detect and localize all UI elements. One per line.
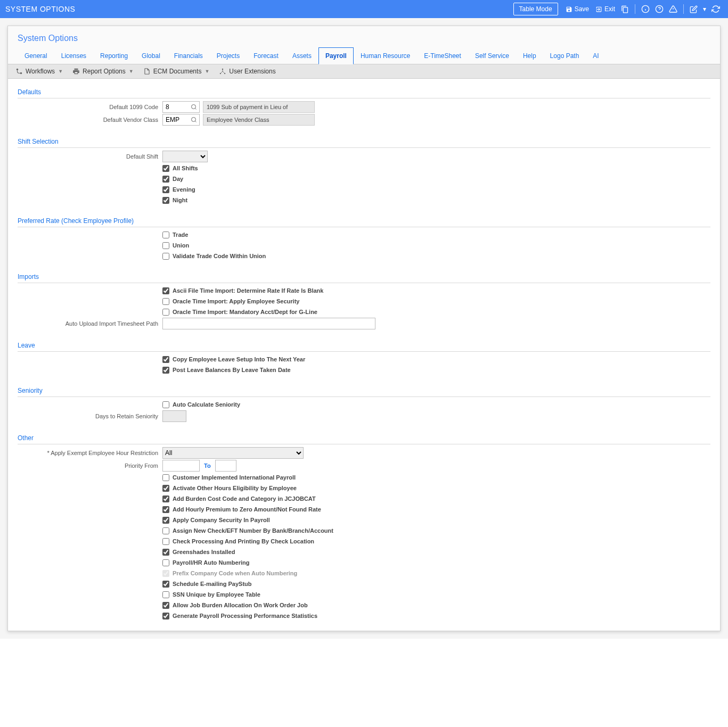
other-checkbox-4[interactable] xyxy=(162,517,169,524)
other-checkbox-9[interactable] xyxy=(162,570,169,577)
default-shift-select[interactable] xyxy=(162,151,208,162)
other-checkbox-1[interactable] xyxy=(162,485,169,492)
tab-logo-path[interactable]: Logo Path xyxy=(543,47,586,64)
exit-button[interactable]: Exit xyxy=(595,5,615,13)
other-label-9: Prefix Company Code when Auto Numbering xyxy=(173,570,297,576)
imports-label-0: Ascii File Time Import: Determine Rate I… xyxy=(173,287,323,294)
lookup-vendor-button[interactable] xyxy=(189,117,199,123)
help-icon[interactable] xyxy=(655,5,664,13)
workflows-menu[interactable]: Workflows▼ xyxy=(15,68,63,75)
other-checkbox-5[interactable] xyxy=(162,527,169,534)
table-mode-button[interactable]: Table Mode xyxy=(513,3,558,15)
imports-checkbox-1[interactable] xyxy=(162,298,169,305)
section-imports-title: Imports xyxy=(18,269,710,283)
duplicate-icon[interactable] xyxy=(621,5,629,13)
other-label-3: Add Hourly Premium to Zero Amount/Not Fo… xyxy=(173,506,321,513)
apply-exempt-select[interactable]: All xyxy=(162,447,304,459)
shift-checkbox-1[interactable] xyxy=(162,176,169,183)
lookup-1099-button[interactable] xyxy=(189,104,199,110)
other-checkbox-8[interactable] xyxy=(162,559,169,566)
ecm-documents-menu[interactable]: ECM Documents▼ xyxy=(143,68,210,75)
tab-general[interactable]: General xyxy=(18,47,54,64)
priority-from-input[interactable] xyxy=(162,460,200,472)
tab-assets[interactable]: Assets xyxy=(285,47,318,64)
other-checkbox-11[interactable] xyxy=(162,591,169,598)
imports-label-2: Oracle Time Import: Mandatory Acct/Dept … xyxy=(173,309,317,315)
tab-licenses[interactable]: Licenses xyxy=(54,47,93,64)
other-checkbox-12[interactable] xyxy=(162,602,169,609)
warning-icon[interactable] xyxy=(669,5,677,13)
priority-to-input[interactable] xyxy=(215,460,236,472)
apply-exempt-label: * Apply Exempt Employee Hour Restriction xyxy=(18,450,162,456)
tab-reporting[interactable]: Reporting xyxy=(93,47,135,64)
panel-title: System Options xyxy=(8,26,720,47)
other-checkbox-7[interactable] xyxy=(162,549,169,556)
info-icon[interactable] xyxy=(641,5,650,13)
preferred-checkbox-2[interactable] xyxy=(162,253,169,260)
other-checkbox-10[interactable] xyxy=(162,581,169,588)
edit-icon[interactable] xyxy=(690,5,698,13)
leave-checkbox-0[interactable] xyxy=(162,356,169,363)
imports-checkbox-2[interactable] xyxy=(162,309,169,316)
tab-self-service[interactable]: Self Service xyxy=(468,47,516,64)
default-vendor-label: Default Vendor Class xyxy=(18,117,162,123)
tab-human-resource[interactable]: Human Resource xyxy=(354,47,417,64)
imports-checkbox-0[interactable] xyxy=(162,287,169,294)
tab-e-timesheet[interactable]: E-TimeSheet xyxy=(417,47,468,64)
other-checkbox-2[interactable] xyxy=(162,495,169,502)
shift-label-3: Night xyxy=(173,197,187,203)
tab-forecast[interactable]: Forecast xyxy=(247,47,285,64)
dropdown-caret-icon[interactable]: ▾ xyxy=(703,5,706,13)
shift-checkbox-2[interactable] xyxy=(162,186,169,193)
svg-point-8 xyxy=(20,72,22,75)
exit-label: Exit xyxy=(604,5,615,13)
other-label-7: Greenshades Installed xyxy=(173,549,235,555)
user-extensions-menu[interactable]: User Extensions xyxy=(219,68,275,75)
leave-checkbox-1[interactable] xyxy=(162,367,169,374)
priority-from-label: Priority From xyxy=(18,462,162,469)
other-label-5: Assign New Check/EFT Number By Bank/Bran… xyxy=(173,527,333,534)
days-retain-input[interactable] xyxy=(162,410,186,422)
main-panel: System Options GeneralLicensesReportingG… xyxy=(7,26,721,631)
section-defaults-title: Defaults xyxy=(18,84,710,98)
save-button[interactable]: Save xyxy=(566,5,589,13)
priority-to-label: To xyxy=(204,462,211,469)
top-bar: SYSTEM OPTIONS Table Mode Save Exit ▾ xyxy=(0,0,728,18)
preferred-checkbox-0[interactable] xyxy=(162,232,169,238)
section-preferred-title: Preferred Rate (Check Employee Profile) xyxy=(18,213,710,227)
other-checkbox-0[interactable] xyxy=(162,474,169,481)
tab-help[interactable]: Help xyxy=(516,47,543,64)
default-1099-input[interactable] xyxy=(163,102,189,112)
other-label-1: Activate Other Hours Eligibility by Empl… xyxy=(173,485,297,491)
save-icon xyxy=(566,6,572,13)
tab-payroll[interactable]: Payroll xyxy=(318,47,354,64)
svg-point-10 xyxy=(220,73,221,74)
default-vendor-input[interactable] xyxy=(163,114,189,125)
tab-ai[interactable]: AI xyxy=(586,47,606,64)
shift-checkbox-0[interactable] xyxy=(162,165,169,172)
shift-label-2: Evening xyxy=(173,186,195,193)
svg-line-13 xyxy=(195,108,196,109)
preferred-label-2: Validate Trade Code Within Union xyxy=(173,253,266,259)
shift-checkbox-3[interactable] xyxy=(162,197,169,204)
section-seniority-title: Seniority xyxy=(18,383,710,396)
other-checkbox-3[interactable] xyxy=(162,506,169,513)
tab-projects[interactable]: Projects xyxy=(210,47,247,64)
tab-bar: GeneralLicensesReportingGlobalFinancials… xyxy=(8,47,720,64)
preferred-label-0: Trade xyxy=(173,232,188,238)
auto-calc-seniority-checkbox[interactable] xyxy=(162,401,169,408)
imports-label-1: Oracle Time Import: Apply Employee Secur… xyxy=(173,298,299,304)
tab-financials[interactable]: Financials xyxy=(167,47,210,64)
report-options-menu[interactable]: Report Options▼ xyxy=(72,68,134,75)
chevron-down-icon: ▼ xyxy=(58,69,63,74)
tab-global[interactable]: Global xyxy=(135,47,167,64)
svg-line-15 xyxy=(195,121,196,122)
other-label-0: Customer Implemented International Payro… xyxy=(173,474,296,481)
auto-upload-input[interactable] xyxy=(162,318,375,329)
preferred-checkbox-1[interactable] xyxy=(162,242,169,249)
other-checkbox-13[interactable] xyxy=(162,613,169,619)
other-label-10: Schedule E-mailing PayStub xyxy=(173,581,252,587)
preferred-label-1: Union xyxy=(173,242,189,249)
refresh-icon[interactable] xyxy=(711,5,720,13)
other-checkbox-6[interactable] xyxy=(162,538,169,545)
